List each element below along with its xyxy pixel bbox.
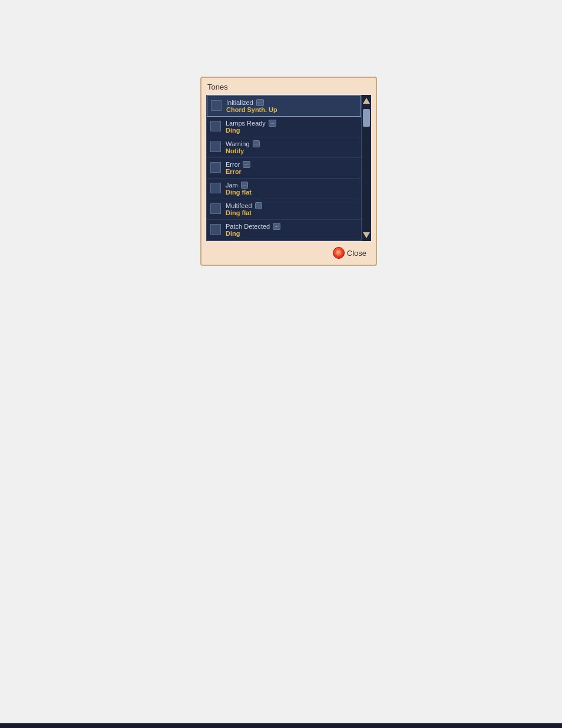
close-icon-inner xyxy=(336,250,342,256)
item-tone: Ding flat xyxy=(226,189,252,196)
item-checkbox[interactable] xyxy=(210,224,221,235)
item-checkbox[interactable] xyxy=(210,141,221,152)
item-checkbox[interactable] xyxy=(210,203,221,214)
scroll-up-button[interactable] xyxy=(362,95,371,107)
item-event: Error ··· xyxy=(226,161,250,168)
item-event: Patch Detected ··· xyxy=(226,223,280,230)
scroll-up-icon xyxy=(363,98,370,104)
bottom-bar xyxy=(0,723,562,728)
list-item[interactable]: Multifeed ··· Ding flat xyxy=(207,199,361,220)
item-tone: Chord Synth. Up xyxy=(226,106,277,113)
list-item[interactable]: Warning ··· Notify xyxy=(207,137,361,158)
list-item[interactable]: Lamps Ready ··· Ding xyxy=(207,117,361,137)
item-content: Patch Detected ··· Ding xyxy=(226,223,280,237)
item-content: Error ··· Error xyxy=(226,161,250,175)
list-item[interactable]: Initialized ··· Chord Synth. Up xyxy=(207,95,361,117)
dots-badge: ··· xyxy=(269,120,276,127)
item-content: Warning ··· Notify xyxy=(226,140,260,154)
dots-badge: ··· xyxy=(243,161,250,168)
item-tone: Notify xyxy=(226,147,260,154)
item-checkbox[interactable] xyxy=(210,183,221,193)
list-item[interactable]: Error ··· Error xyxy=(207,158,361,179)
dots-badge: ··· xyxy=(273,223,280,230)
close-button[interactable]: Close xyxy=(330,246,369,260)
list-item[interactable]: Jam ··· Ding flat xyxy=(207,179,361,199)
item-event: Jam ··· xyxy=(226,182,252,189)
item-tone: Ding xyxy=(226,127,276,134)
scroll-thumb[interactable] xyxy=(363,109,370,127)
tones-list-panel: Initialized ··· Chord Synth. Up Lamps Re… xyxy=(206,95,371,241)
item-tone: Error xyxy=(226,168,250,175)
item-event: Warning ··· xyxy=(226,140,260,147)
item-content: Multifeed ··· Ding flat xyxy=(226,202,262,216)
list-item[interactable]: Patch Detected ··· Ding xyxy=(207,220,361,241)
dots-badge: ··· xyxy=(255,202,263,209)
scrollbar-track xyxy=(362,95,371,241)
item-checkbox[interactable] xyxy=(211,100,222,111)
tones-dialog: Tones Initialized ··· Chord Synth. Up xyxy=(200,77,377,266)
tones-list: Initialized ··· Chord Synth. Up Lamps Re… xyxy=(206,95,362,241)
dots-badge: ··· xyxy=(256,99,264,106)
item-tone: Ding flat xyxy=(226,209,262,216)
dialog-title: Tones xyxy=(206,83,371,91)
item-event: Initialized ··· xyxy=(226,99,277,106)
dialog-footer: Close xyxy=(206,246,371,260)
item-tone: Ding xyxy=(226,230,280,237)
close-icon xyxy=(333,247,345,259)
dots-badge: ··· xyxy=(253,140,260,147)
item-content: Initialized ··· Chord Synth. Up xyxy=(226,99,277,113)
dots-badge: ··· xyxy=(241,182,249,189)
item-event: Lamps Ready ··· xyxy=(226,120,276,127)
item-checkbox[interactable] xyxy=(210,121,221,131)
item-content: Jam ··· Ding flat xyxy=(226,182,252,196)
close-label: Close xyxy=(347,249,366,258)
item-content: Lamps Ready ··· Ding xyxy=(226,120,276,134)
item-event: Multifeed ··· xyxy=(226,202,262,209)
scroll-down-button[interactable] xyxy=(362,229,371,241)
scroll-down-icon xyxy=(363,232,370,238)
item-checkbox[interactable] xyxy=(210,162,221,173)
